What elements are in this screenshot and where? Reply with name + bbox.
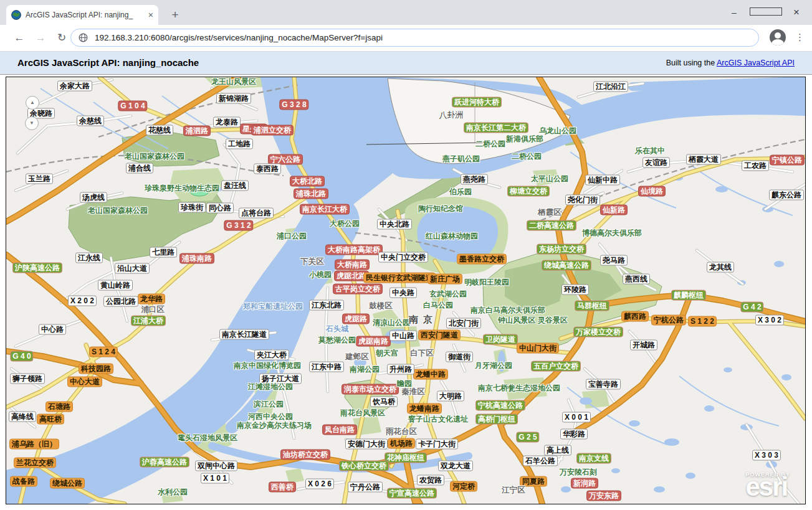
url-bar[interactable] <box>70 29 759 47</box>
map-label-white: 龙泰路 <box>213 117 241 128</box>
new-tab-button[interactable]: + <box>167 7 183 23</box>
map-label-white: 夹江大桥 <box>254 350 289 361</box>
map-label-park: 江滩湿地公园 <box>248 382 293 392</box>
map-label-white: 仙新中路 <box>585 175 620 186</box>
map-label-green: 铁心桥立交桥 <box>339 461 389 471</box>
map-label-white: 江东北路 <box>309 300 344 311</box>
map-label-white: 尧马路 <box>600 255 628 266</box>
map-label-park: 南京中国绿化博览园 <box>234 361 301 371</box>
map-label-white: 泰西路 <box>254 164 281 174</box>
map-label-white: X 0 0 1 <box>562 412 591 423</box>
map-label-park: 窨子山古文化遗址 <box>408 415 468 424</box>
map-label-park: 白马公园 <box>423 301 453 310</box>
map-label-white: 龙其线 <box>707 262 734 273</box>
map-label-water: 郑和宝船遗址公园 <box>243 302 303 311</box>
map-label-red: 古平岗立交桥 <box>333 284 383 295</box>
profile-avatar-icon[interactable] <box>770 29 786 45</box>
site-globe-icon <box>79 33 88 42</box>
map-label-red: 大桥北路 <box>290 176 325 187</box>
browser-menu-icon[interactable]: ⋮ <box>795 32 805 43</box>
map-label-park: 滨江公园 <box>254 400 284 409</box>
forward-button[interactable]: → <box>32 31 49 45</box>
map-label-district: 栖霞区 <box>538 208 561 217</box>
map-label-park: 太平山公园 <box>531 174 568 184</box>
map-label-green: 东杨坊立交桥 <box>537 244 586 255</box>
map-label-red: 大桥南路 <box>335 260 370 270</box>
map-label-white: 南京长江隧道 <box>219 329 269 340</box>
window-minimize-button[interactable]: – <box>719 7 750 17</box>
map-label-green: 麒麟枢纽 <box>671 290 706 301</box>
arcgis-api-link[interactable]: ArcGIS JavaScript API <box>717 59 795 67</box>
map-label-white: 华彩路 <box>560 429 588 440</box>
map-label-green: 跃进河特大桥 <box>452 97 502 108</box>
map-label-white: X 1 0 1 <box>201 473 229 484</box>
map-label-white: 中央门立交桥 <box>378 252 428 263</box>
map-label-park: 南京金沙高尔夫练习场 <box>237 421 312 430</box>
map-label-green: 沪陕高速公路 <box>12 263 62 273</box>
map-label-white: 高上线 <box>544 445 571 456</box>
map-label-park: 朝天宫 <box>376 349 398 358</box>
map-label-orange: 兰花立交桥 <box>14 458 56 468</box>
map-label-green: 花神庙枢纽 <box>385 453 427 463</box>
map-label-white: 珍珠街 <box>178 202 206 213</box>
map-label-red: 虎踞路 <box>342 314 370 324</box>
map-label-orange: 西安门隧道 <box>418 330 461 341</box>
map-label-park: 伯乐园 <box>449 187 472 197</box>
map-label-white: 沿山大道 <box>115 263 150 274</box>
page-header: ArcGIS JavaScript API: nanjing_nocache B… <box>0 52 812 75</box>
map-label-white: 玉兰路 <box>26 174 53 184</box>
map-label-park: 钟山风景区 灵谷景区 <box>498 316 567 325</box>
map-label-white: 环陵路 <box>561 285 589 295</box>
map-label-orange: 宁杭公路 <box>651 315 686 326</box>
map-label-red: 凤台南路 <box>322 425 357 435</box>
map-label-white: 尧化门街 <box>565 195 600 205</box>
map-label-district: 江宁区 <box>502 486 525 495</box>
map-label-park: 老山国家森林公园 <box>125 152 184 161</box>
map-label-red: 新润路 <box>571 478 598 489</box>
window-maximize-button[interactable] <box>750 7 781 17</box>
map-label-orange: 战备路 <box>10 476 37 487</box>
browser-tab[interactable]: ArcGIS JavaScript API: nanjing_ × <box>6 5 158 25</box>
map-label-park: 新港俱乐部 <box>506 135 543 144</box>
map-label-park: 水利公园 <box>158 488 188 497</box>
map-canvas[interactable]: G 1 0 4浦泗路星火路G 3 2 8浦泗立交桥宁六公路大桥北路浦珠北路南京长… <box>6 77 806 504</box>
map-label-white: X 0 2 6 <box>305 479 334 489</box>
url-input[interactable] <box>93 32 751 43</box>
back-button[interactable]: ← <box>11 31 27 45</box>
map-label-white: 北安门街 <box>446 318 481 329</box>
zoom-in-button[interactable]: ▲ <box>26 96 39 110</box>
map-label-red: 浦泗路 <box>183 126 211 136</box>
zoom-out-button[interactable]: ▼ <box>25 116 39 130</box>
map-label-park: 陶行知纪念馆 <box>418 204 463 214</box>
reload-button[interactable]: ↻ <box>54 31 70 45</box>
tab-close-icon[interactable]: × <box>148 11 153 19</box>
map-label-white: 高绛线 <box>9 412 36 422</box>
map-label-white: 江北沿江 <box>593 82 628 92</box>
map-label-white: 燕尧路 <box>461 174 488 185</box>
map-label-park: 月牙湖公园 <box>475 361 512 371</box>
map-label-orange: S 1 2 4 <box>89 347 118 357</box>
map-label-white: X 3 0 2 <box>755 315 784 326</box>
built-using-text: Built using the ArcGIS JavaScript API <box>666 59 795 67</box>
map-label-white: 狮子领路 <box>10 374 45 384</box>
map-label-white: 盘汪线 <box>221 181 249 191</box>
map-label-green: 南京长江第二大桥 <box>464 123 528 133</box>
map-label-park: 清凉山公园 <box>373 318 410 328</box>
window-close-button[interactable]: × <box>781 6 812 19</box>
map-label-park: 明岐阳王陵园 <box>464 278 509 287</box>
map-label-red: 虎踞南路 <box>356 336 391 347</box>
map-label-red: G 3 1 2 <box>224 220 253 231</box>
map-label-red: 仙境路 <box>638 186 666 197</box>
map-label-park: 红山森林动物园 <box>426 232 478 241</box>
map-label-red: 浦珠北路 <box>294 189 328 199</box>
map-label-green: 万家楼立交桥 <box>573 327 623 338</box>
map-label-green: 绕城高速公路 <box>542 260 591 271</box>
map-label-park: 雨花台风景区 <box>340 408 385 418</box>
map-label-park: 二桥公园 <box>475 139 505 149</box>
map-label-park: 南京七桥瓮生态湿地公园 <box>478 384 560 393</box>
map-label-white: 升州路 <box>387 364 414 375</box>
map-label-green: 五百户立交桥 <box>531 361 581 372</box>
map-label-orange: 中山门大街 <box>517 343 559 354</box>
map-label-plain: 八卦洲 <box>439 110 464 120</box>
map-label-white: 工地路 <box>226 139 253 149</box>
